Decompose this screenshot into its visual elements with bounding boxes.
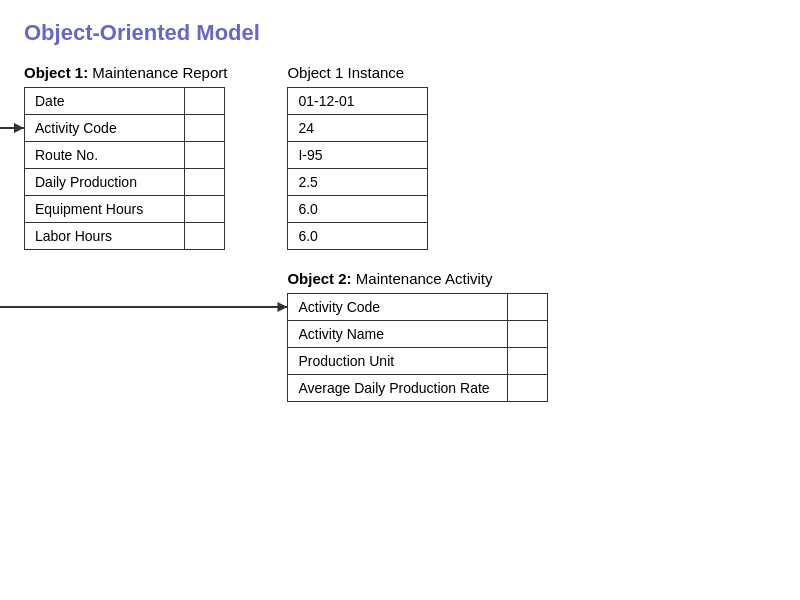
object1-section: Object 1: Maintenance Report Date Activi… xyxy=(24,64,227,250)
table-row: 6.0 xyxy=(288,223,428,250)
table-row: 6.0 xyxy=(288,196,428,223)
field-route-no: Route No. xyxy=(25,142,185,169)
inst-val-date: 01-12-01 xyxy=(288,88,428,115)
table-row: Route No. xyxy=(25,142,225,169)
inst-val-equipment-hours: 6.0 xyxy=(288,196,428,223)
val-avg-daily xyxy=(508,375,548,402)
page-title: Object-Oriented Model xyxy=(24,20,776,46)
val-equipment-hours xyxy=(185,196,225,223)
inst-val-route-no: I-95 xyxy=(288,142,428,169)
val-activity-code-2 xyxy=(508,294,548,321)
val-date xyxy=(185,88,225,115)
object2-table: Activity Code Activity Name Production U… xyxy=(287,293,548,402)
table-row: I-95 xyxy=(288,142,428,169)
table-row: Activity Name xyxy=(288,321,548,348)
table-row: Daily Production xyxy=(25,169,225,196)
field-equipment-hours: Equipment Hours xyxy=(25,196,185,223)
field-production-unit: Production Unit xyxy=(288,348,508,375)
table-row: Activity Code xyxy=(288,294,548,321)
table-row: Equipment Hours xyxy=(25,196,225,223)
field-date: Date xyxy=(25,88,185,115)
object2-label-text: Maintenance Activity xyxy=(352,270,493,287)
val-activity-code xyxy=(185,115,225,142)
val-production-unit xyxy=(508,348,548,375)
val-daily-production xyxy=(185,169,225,196)
table-row: Labor Hours xyxy=(25,223,225,250)
val-labor-hours xyxy=(185,223,225,250)
table-row: Activity Code xyxy=(25,115,225,142)
val-route-no xyxy=(185,142,225,169)
object2-section: Object 2: Maintenance Activity Activity … xyxy=(287,270,548,402)
field-daily-production: Daily Production xyxy=(25,169,185,196)
table-row: 24 xyxy=(288,115,428,142)
instance1-label: Object 1 Instance xyxy=(287,64,548,81)
object1-label: Object 1: Maintenance Report xyxy=(24,64,227,81)
diagram-container: Object 1: Maintenance Report Date Activi… xyxy=(24,64,774,402)
object2-label: Object 2: Maintenance Activity xyxy=(287,270,548,287)
inst-val-daily-production: 2.5 xyxy=(288,169,428,196)
instance1-section: Object 1 Instance 01-12-01 24 I-95 2.5 xyxy=(287,64,548,250)
svg-marker-1 xyxy=(14,123,24,133)
table-row: Average Daily Production Rate xyxy=(288,375,548,402)
right-column: Object 1 Instance 01-12-01 24 I-95 2.5 xyxy=(287,64,548,402)
val-activity-name xyxy=(508,321,548,348)
inst-val-activity-code: 24 xyxy=(288,115,428,142)
object1-label-text: Maintenance Report xyxy=(88,64,227,81)
object1-label-bold: Object 1: xyxy=(24,64,88,81)
object1-table-wrapper: Date Activity Code Route No. Daily Produ… xyxy=(24,87,225,250)
field-avg-daily: Average Daily Production Rate xyxy=(288,375,508,402)
table-row: 2.5 xyxy=(288,169,428,196)
inst-val-labor-hours: 6.0 xyxy=(288,223,428,250)
field-activity-code-2: Activity Code xyxy=(288,294,508,321)
field-activity-code: Activity Code xyxy=(25,115,185,142)
field-labor-hours: Labor Hours xyxy=(25,223,185,250)
field-activity-name: Activity Name xyxy=(288,321,508,348)
table-row: 01-12-01 xyxy=(288,88,428,115)
table-row: Date xyxy=(25,88,225,115)
instance1-table: 01-12-01 24 I-95 2.5 6.0 6.0 xyxy=(287,87,428,250)
object2-label-bold: Object 2: xyxy=(287,270,351,287)
table-row: Production Unit xyxy=(288,348,548,375)
object1-table: Date Activity Code Route No. Daily Produ… xyxy=(24,87,225,250)
